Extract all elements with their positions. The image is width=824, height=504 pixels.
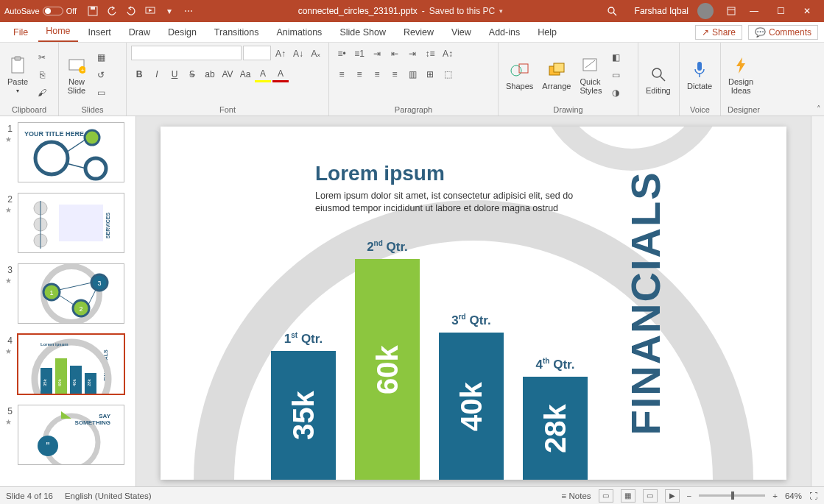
- notes-button[interactable]: ≡ Notes: [562, 491, 591, 500]
- autosave-toggle[interactable]: [43, 7, 63, 15]
- shape-fill-icon[interactable]: ◧: [608, 49, 624, 65]
- numbering-icon[interactable]: ≡1: [351, 46, 367, 62]
- user-avatar[interactable]: [697, 3, 714, 19]
- bar-1[interactable]: 1st Qtr.35k: [271, 331, 336, 480]
- decrease-font-icon[interactable]: A↓: [290, 46, 306, 62]
- cut-icon[interactable]: ✂: [34, 49, 50, 65]
- close-button[interactable]: ✕: [795, 0, 820, 22]
- line-spacing-icon[interactable]: ↕≡: [422, 46, 438, 62]
- zoom-out-icon[interactable]: −: [687, 491, 692, 500]
- list-level-icon[interactable]: ⇥: [369, 46, 385, 62]
- minimize-button[interactable]: —: [742, 0, 767, 22]
- zoom-level[interactable]: 64%: [785, 491, 802, 500]
- format-painter-icon[interactable]: 🖌: [34, 85, 50, 101]
- bar-2[interactable]: 2nd Qtr.60k: [355, 239, 420, 480]
- file-tab[interactable]: File: [6, 24, 35, 42]
- tab-review[interactable]: Review: [396, 24, 441, 42]
- tab-animations[interactable]: Animations: [270, 24, 330, 42]
- tab-addins[interactable]: Add-ins: [482, 24, 527, 42]
- slide-body-text[interactable]: Lorem ipsum dolor sit amet, ist consecte…: [315, 190, 588, 215]
- thumbnail-5[interactable]: 5★ " SAYSOMETHING: [3, 405, 133, 465]
- comments-button[interactable]: 💬Comments: [748, 25, 818, 40]
- share-button[interactable]: ↗Share: [695, 25, 742, 40]
- save-icon[interactable]: [87, 5, 99, 17]
- language-status[interactable]: English (United States): [65, 491, 152, 500]
- thumbnail-4[interactable]: 4★ FINANCIALS 35k 60k 40k 28k Lorem ipsu…: [3, 334, 133, 394]
- thumbnail-2[interactable]: 2★ SERVICES: [3, 193, 133, 253]
- bold-icon[interactable]: B: [131, 66, 147, 82]
- new-slide-button[interactable]: + New Slide: [63, 54, 90, 96]
- shapes-button[interactable]: Shapes: [503, 58, 536, 92]
- align-center-icon[interactable]: ≡: [351, 66, 367, 82]
- thumbnail-3[interactable]: 3★ 132: [3, 263, 133, 324]
- tab-home[interactable]: Home: [38, 23, 77, 42]
- columns-icon[interactable]: ▥: [404, 66, 420, 82]
- reset-icon[interactable]: ↺: [93, 67, 109, 83]
- align-left-icon[interactable]: ≡: [334, 66, 350, 82]
- paste-button[interactable]: Paste▾: [4, 54, 31, 96]
- design-ideas-button[interactable]: Design Ideas: [725, 54, 756, 96]
- ribbon-display-icon[interactable]: [725, 5, 737, 17]
- bullets-icon[interactable]: ≡•: [334, 46, 350, 62]
- bar-chart[interactable]: 1st Qtr.35k2nd Qtr.60k3rd Qtr.40k4th Qtr…: [271, 239, 588, 480]
- font-name-input[interactable]: [131, 46, 242, 60]
- zoom-slider[interactable]: [699, 494, 765, 497]
- tab-draw[interactable]: Draw: [122, 24, 158, 42]
- maximize-button[interactable]: ☐: [768, 0, 793, 22]
- align-right-icon[interactable]: ≡: [369, 66, 385, 82]
- indent-icon[interactable]: ⇥: [404, 46, 420, 62]
- slide-canvas[interactable]: FINANCIALS Lorem ipsum Lorem ipsum dolor…: [161, 127, 786, 480]
- shape-effects-icon[interactable]: ◑: [608, 85, 624, 101]
- tab-design[interactable]: Design: [161, 24, 204, 42]
- tab-help[interactable]: Help: [530, 24, 564, 42]
- fit-to-window-icon[interactable]: ⛶: [809, 491, 818, 500]
- shadow-icon[interactable]: ab: [202, 66, 218, 82]
- start-from-beginning-icon[interactable]: [144, 5, 156, 17]
- arrange-button[interactable]: Arrange: [539, 58, 574, 92]
- collapse-ribbon-icon[interactable]: ˄: [817, 104, 821, 114]
- editing-button[interactable]: Editing: [643, 63, 674, 96]
- highlight-icon[interactable]: A: [255, 66, 271, 82]
- layout-icon[interactable]: ▦: [93, 49, 109, 65]
- font-size-input[interactable]: [243, 46, 271, 60]
- bar-4[interactable]: 4th Qtr.28k: [523, 357, 588, 480]
- tab-slideshow[interactable]: Slide Show: [332, 24, 393, 42]
- clear-format-icon[interactable]: Aₓ: [308, 46, 324, 62]
- zoom-in-icon[interactable]: +: [772, 491, 778, 500]
- undo-icon[interactable]: [106, 5, 118, 17]
- search-icon[interactable]: [607, 6, 617, 16]
- touch-mode-icon[interactable]: ▾: [163, 5, 175, 17]
- sorter-view-icon[interactable]: ▦: [621, 489, 635, 503]
- smartart-icon[interactable]: ⬚: [440, 66, 456, 82]
- reading-view-icon[interactable]: ▭: [643, 489, 658, 503]
- section-icon[interactable]: ▭: [93, 85, 109, 101]
- slideshow-view-icon[interactable]: ▶: [665, 489, 680, 503]
- thumbnail-1[interactable]: 1★ YOUR TITLE HERE: [3, 122, 133, 182]
- underline-icon[interactable]: U: [166, 66, 183, 82]
- shape-outline-icon[interactable]: ▭: [608, 67, 624, 83]
- vertical-title[interactable]: FINANCIALS: [621, 171, 669, 435]
- case-icon[interactable]: Aa: [237, 66, 253, 82]
- align-text-icon[interactable]: ⊞: [422, 66, 438, 82]
- slide-canvas-area[interactable]: FINANCIALS Lorem ipsum Lorem ipsum dolor…: [136, 116, 811, 486]
- dictate-button[interactable]: Dictate: [684, 58, 715, 92]
- qat-more-icon[interactable]: ⋯: [183, 5, 194, 17]
- bar-3[interactable]: 3rd Qtr.40k: [439, 313, 504, 480]
- text-direction-icon[interactable]: A↕: [440, 46, 456, 62]
- increase-font-icon[interactable]: A↑: [272, 46, 289, 62]
- quick-styles-button[interactable]: Quick Styles: [577, 54, 605, 96]
- outdent-icon[interactable]: ⇤: [387, 46, 403, 62]
- spacing-icon[interactable]: AV: [219, 66, 236, 82]
- vertical-scrollbar[interactable]: [811, 116, 824, 486]
- strike-icon[interactable]: S̶: [184, 66, 200, 82]
- tab-view[interactable]: View: [444, 24, 479, 42]
- italic-icon[interactable]: I: [149, 66, 165, 82]
- normal-view-icon[interactable]: ▭: [599, 489, 613, 503]
- copy-icon[interactable]: ⎘: [34, 67, 50, 83]
- font-color-icon[interactable]: A: [272, 66, 289, 82]
- tab-transitions[interactable]: Transitions: [207, 24, 267, 42]
- tab-insert[interactable]: Insert: [81, 24, 119, 42]
- redo-icon[interactable]: [125, 5, 137, 17]
- justify-icon[interactable]: ≡: [387, 66, 403, 82]
- slide-heading[interactable]: Lorem ipsum: [315, 162, 445, 185]
